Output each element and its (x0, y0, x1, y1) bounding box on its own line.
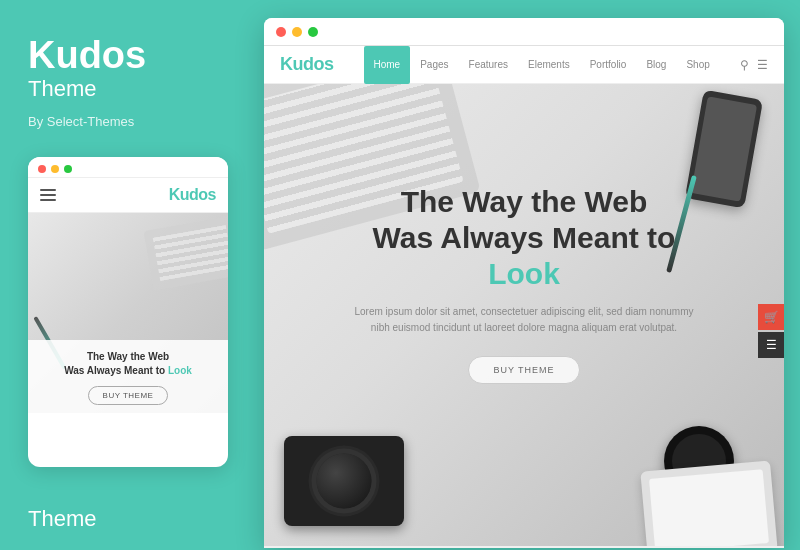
desktop-dot-red (276, 27, 286, 37)
mobile-cta-button[interactable]: BUY THEME (88, 386, 169, 405)
mobile-k: K (169, 186, 180, 203)
mobile-titlebar (28, 157, 228, 178)
hero-text-block: The Way the Web Was Always Meant to Look… (354, 184, 694, 384)
mobile-headline: The Way the Web Was Always Meant to Look (40, 350, 216, 378)
menu-icon[interactable]: ☰ (757, 58, 768, 72)
phone-deco (685, 90, 763, 209)
camera-deco (284, 436, 404, 526)
nav-rest: udos (293, 54, 334, 74)
desktop-dot-yellow (292, 27, 302, 37)
nav-link-shop[interactable]: Shop (676, 46, 719, 84)
mobile-text-area: The Way the Web Was Always Meant to Look… (28, 340, 228, 413)
search-icon[interactable]: ⚲ (740, 58, 749, 72)
mobile-preview: Kudos The Way the Web Was Always Meant t… (28, 157, 228, 467)
hero-cta-button[interactable]: BUY THEME (468, 356, 579, 384)
dot-yellow (51, 165, 59, 173)
nav-link-elements[interactable]: Elements (518, 46, 580, 84)
tablet-deco (640, 461, 777, 546)
desktop-hero: The Way the Web Was Always Meant to Look… (264, 84, 784, 546)
brand-k: Kudos (28, 34, 146, 76)
dot-red (38, 165, 46, 173)
keyboard-decoration (143, 216, 228, 291)
desktop-nav-logo: Kudos (280, 54, 334, 75)
brand-by: By Select-Themes (28, 114, 134, 129)
left-panel: Kudos Theme By Select-Themes Kudos Th (0, 0, 248, 550)
nav-link-features[interactable]: Features (459, 46, 518, 84)
desktop-dot-green (308, 27, 318, 37)
brand-title: Kudos (28, 36, 146, 74)
nav-k: K (280, 54, 293, 74)
nav-link-home[interactable]: Home (364, 46, 411, 84)
hamburger-icon (40, 189, 56, 201)
desktop-nav: Kudos Home Pages Features Elements Portf… (264, 46, 784, 84)
nav-link-blog[interactable]: Blog (636, 46, 676, 84)
right-panel: Kudos Home Pages Features Elements Portf… (248, 0, 800, 550)
nav-link-pages[interactable]: Pages (410, 46, 458, 84)
hero-headline: The Way the Web Was Always Meant to Look (354, 184, 694, 292)
desktop-nav-links: Home Pages Features Elements Portfolio B… (364, 46, 741, 84)
nav-link-portfolio[interactable]: Portfolio (580, 46, 637, 84)
mobile-nav-logo: Kudos (169, 186, 216, 204)
cart-icon: 🛒 (764, 310, 779, 324)
right-btn-menu[interactable]: ☰ (758, 332, 784, 358)
mobile-content: The Way the Web Was Always Meant to Look… (28, 213, 228, 413)
list-icon: ☰ (766, 338, 777, 352)
mobile-nav: Kudos (28, 178, 228, 213)
desktop-preview: Kudos Home Pages Features Elements Portf… (264, 18, 784, 548)
hero-sub: Lorem ipsum dolor sit amet, consectetuer… (354, 304, 694, 336)
right-buttons: 🛒 ☰ (758, 304, 784, 358)
brand-subtitle: Theme (28, 76, 96, 102)
dot-green (64, 165, 72, 173)
desktop-nav-icons: ⚲ ☰ (740, 58, 768, 72)
desktop-titlebar (264, 18, 784, 46)
right-btn-cart[interactable]: 🛒 (758, 304, 784, 330)
camera-lens (317, 454, 372, 509)
bottom-label: Theme (28, 506, 96, 532)
mobile-rest: udos (180, 186, 216, 203)
